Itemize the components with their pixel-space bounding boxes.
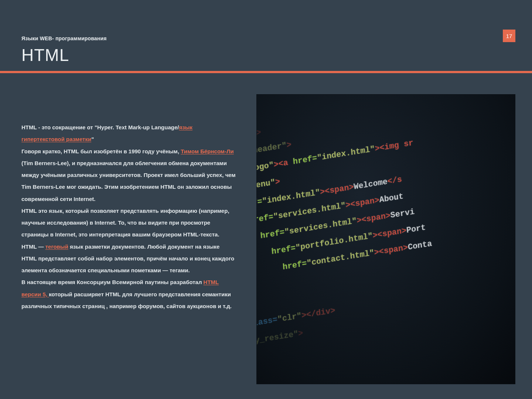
code-token: Welcome (353, 177, 388, 191)
code-token: > (298, 328, 303, 338)
code-token: "logo" (256, 160, 274, 174)
paragraph: HTML — теговый язык разметки документов.… (21, 241, 236, 277)
code-token: Port (406, 223, 426, 235)
code-token: > (275, 177, 280, 187)
code-token: ><span> (357, 211, 391, 225)
text: " (91, 136, 94, 142)
paragraph: В настоящее время Консорциум Всемирной п… (21, 276, 236, 312)
code-token: ></div> (301, 306, 335, 321)
code-token: body_resize" (256, 330, 299, 348)
code-token: "menu" (256, 178, 276, 191)
accent-divider (0, 71, 532, 73)
code-surface: main"> ="header"> ="block_header"> class… (256, 94, 439, 354)
subtitle: Языки WEB- программирования (21, 35, 510, 41)
code-token: href= (282, 259, 307, 272)
text: HTML — (21, 243, 45, 250)
code-token: href= (260, 228, 285, 241)
code-token: ><span> (320, 183, 354, 197)
content-area: HTML - это сокращение от "Hyper. Text Ma… (21, 94, 515, 384)
text: который расширяет HTML для лучшего предс… (21, 291, 232, 309)
code-token: href= (271, 243, 296, 256)
code-token: href= (256, 212, 274, 225)
text: HTML - это сокращение от "Hyper. Text Ma… (21, 124, 179, 130)
text: Говоря кратко, HTML был изобретён в 1990… (21, 148, 181, 154)
code-token: </s (387, 175, 402, 186)
text-column: HTML - это сокращение от "Hyper. Text Ma… (21, 94, 236, 384)
code-token: ><a (273, 157, 293, 170)
header: Языки WEB- программирования HTML (21, 35, 510, 65)
code-token: "clr" (277, 311, 302, 324)
paragraph: Говоря кратко, HTML был изобретён в 1990… (21, 146, 236, 205)
code-token: Conta (407, 239, 432, 252)
paragraph: HTML это язык, который позволяет предста… (21, 205, 236, 241)
code-token: class= (256, 316, 278, 329)
code-token: href= (293, 154, 317, 167)
page-title: HTML (21, 45, 510, 65)
code-token: > (286, 140, 292, 150)
image-column: main"> ="header"> ="block_header"> class… (256, 94, 515, 384)
text: В настоящее время Консорциум Всемирной п… (21, 279, 204, 285)
code-token: > (256, 128, 262, 138)
code-token: Servi (390, 207, 415, 220)
code-token: ><span> (345, 195, 379, 210)
code-illustration: main"> ="header"> ="block_header"> class… (256, 94, 515, 384)
code-token: About (379, 192, 404, 205)
code-token: ><span> (374, 243, 408, 257)
code-token: ><img sr (375, 139, 414, 154)
link-tim-berners-lee[interactable]: Тимом Бёрнсом-Ли (181, 148, 233, 154)
link-tag-based[interactable]: теговый (45, 243, 68, 250)
paragraph: HTML - это сокращение от "Hyper. Text Ma… (21, 122, 236, 146)
text: (Tim Berners-Lee), и предназначался для … (21, 160, 236, 202)
code-token: ><span> (372, 226, 407, 240)
